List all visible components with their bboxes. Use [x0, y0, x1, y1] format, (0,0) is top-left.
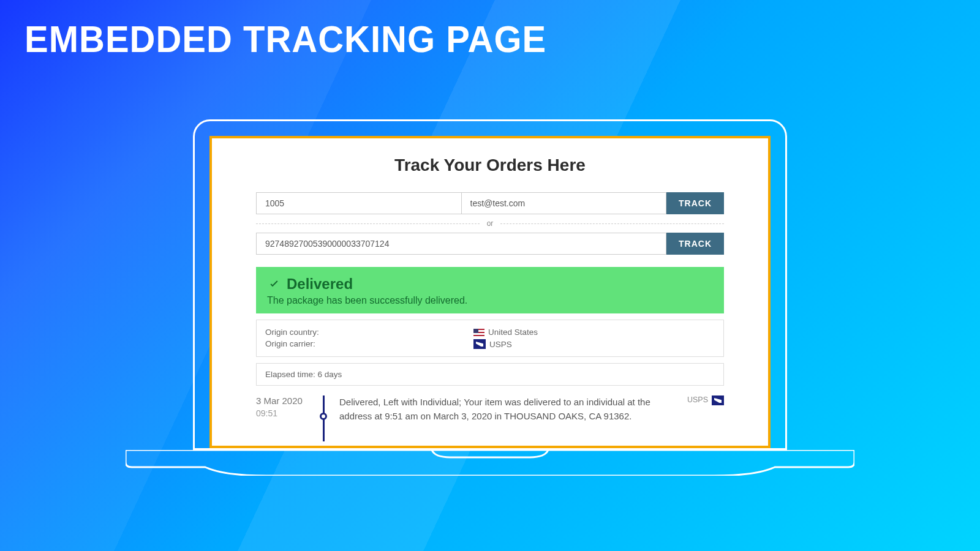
- hero-title: EMBEDDED TRACKING PAGE: [24, 17, 546, 60]
- tracking-number-row: TRACK: [256, 233, 724, 255]
- elapsed-time-box: Elapsed time: 6 days: [256, 363, 724, 386]
- status-title-text: Delivered: [287, 276, 353, 293]
- email-input[interactable]: [462, 192, 667, 214]
- timeline-text: Delivered, Left with Individual; Your it…: [331, 395, 681, 423]
- origin-carrier-value: USPS: [489, 340, 512, 349]
- page-title: Track Your Orders Here: [256, 156, 724, 175]
- origin-carrier-label: Origin carrier:: [265, 339, 473, 349]
- us-flag-icon: [473, 329, 484, 336]
- order-id-input[interactable]: [256, 192, 462, 214]
- timeline-time: 09:51: [256, 408, 316, 418]
- origin-info-box: Origin country: United States Origin car…: [256, 320, 724, 357]
- timeline-line: [316, 395, 331, 423]
- status-banner: Delivered The package has been successfu…: [256, 267, 724, 313]
- status-desc: The package has been successfully delive…: [267, 295, 713, 306]
- track-button-2[interactable]: TRACK: [666, 233, 724, 255]
- origin-country-value: United States: [488, 328, 538, 337]
- timeline-carrier: USPS: [681, 395, 724, 423]
- tracking-page: Track Your Orders Here TRACK or TRACK: [209, 136, 771, 448]
- check-icon: [267, 277, 282, 291]
- or-divider: or: [256, 219, 724, 228]
- usps-icon: [473, 339, 486, 349]
- usps-icon: [712, 395, 724, 405]
- status-title: Delivered: [267, 276, 713, 293]
- order-lookup-row: TRACK: [256, 192, 724, 214]
- laptop-frame: Track Your Orders Here TRACK or TRACK: [193, 119, 787, 476]
- origin-country-label: Origin country:: [265, 328, 473, 337]
- tracking-number-input[interactable]: [256, 233, 666, 255]
- timeline-item: 3 Mar 2020 09:51 Delivered, Left with In…: [256, 395, 724, 423]
- laptop-base: [126, 450, 854, 476]
- or-label: or: [480, 219, 501, 228]
- track-button-1[interactable]: TRACK: [666, 192, 724, 214]
- timeline-dot-icon: [320, 413, 327, 420]
- timeline-date: 3 Mar 2020: [256, 395, 316, 406]
- screen-bezel: Track Your Orders Here TRACK or TRACK: [193, 119, 787, 450]
- timeline-carrier-label: USPS: [687, 395, 708, 404]
